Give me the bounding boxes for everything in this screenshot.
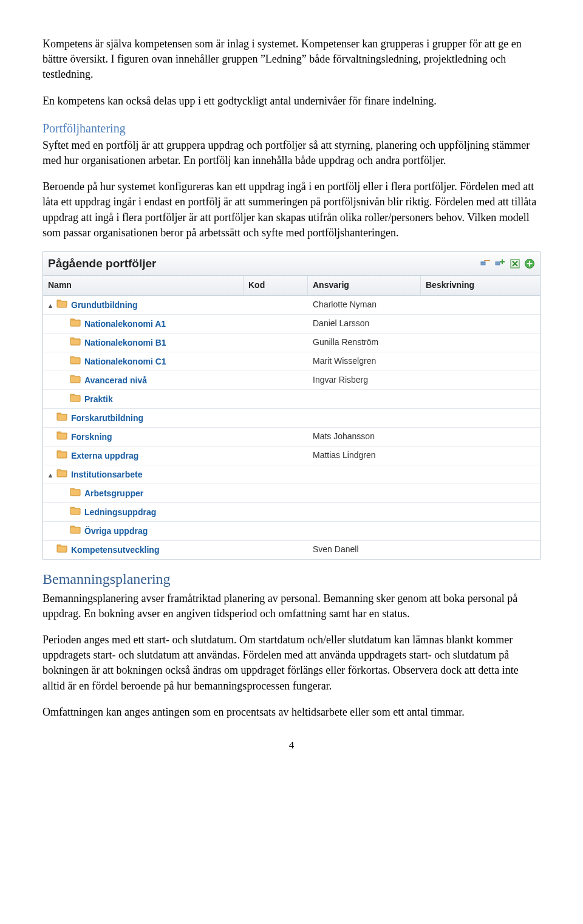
cell-namn: Nationalekonomi C1 bbox=[43, 355, 244, 368]
table-row[interactable]: Ledningsuppdrag bbox=[43, 503, 540, 522]
cell-namn: Arbetsgrupper bbox=[43, 487, 244, 500]
cell-namn: Avancerad nivå bbox=[43, 374, 244, 387]
paragraph-portf-2: Beroende på hur systemet konfigureras ka… bbox=[43, 179, 540, 241]
portfolio-link[interactable]: Kompetensutveckling bbox=[71, 545, 159, 555]
folder-icon bbox=[70, 317, 81, 327]
paragraph-intro-1: Kompetens är själva kompetensen som är i… bbox=[43, 36, 540, 83]
add-icon[interactable] bbox=[524, 258, 535, 269]
collapse-icon[interactable] bbox=[480, 258, 491, 269]
cell-namn: Ledningsuppdrag bbox=[43, 505, 244, 519]
portfolio-link[interactable]: Forskning bbox=[71, 432, 112, 442]
portfolio-link[interactable]: Externa uppdrag bbox=[71, 451, 138, 460]
col-header-beskrivning[interactable]: Beskrivning bbox=[421, 276, 540, 295]
table-row[interactable]: Arbetsgrupper bbox=[43, 484, 540, 503]
folder-icon bbox=[56, 449, 67, 459]
table-row[interactable]: KompetensutvecklingSven Danell bbox=[43, 541, 540, 559]
cell-namn: ▲Institutionsarbete bbox=[43, 468, 244, 481]
portfolio-link[interactable]: Institutionsarbete bbox=[71, 470, 142, 479]
portfolio-widget: Pågående portföljer Namn Kod Ansvarig Be… bbox=[43, 252, 540, 560]
table-body: ▲GrundutbildningCharlotte NymanNationale… bbox=[43, 296, 540, 559]
cell-namn: Praktik bbox=[43, 392, 244, 406]
table-row[interactable]: Nationalekonomi A1Daniel Larsson bbox=[43, 315, 540, 334]
folder-icon bbox=[70, 524, 81, 534]
heading-bemanningsplanering: Bemanningsplanering bbox=[43, 569, 540, 590]
cell-ansvarig: Gunilla Renström bbox=[308, 337, 421, 349]
portfolio-link[interactable]: Ledningsuppdrag bbox=[84, 507, 156, 517]
paragraph-beman-3: Omfattningen kan anges antingen som en p… bbox=[43, 705, 540, 720]
cell-ansvarig: Mattias Lindgren bbox=[308, 450, 421, 462]
table-row[interactable]: ▲Institutionsarbete bbox=[43, 465, 540, 484]
folder-icon bbox=[56, 468, 67, 477]
svg-rect-0 bbox=[481, 262, 485, 265]
folder-icon bbox=[70, 374, 81, 383]
cell-ansvarig: Charlotte Nyman bbox=[308, 299, 421, 311]
table-row[interactable]: Avancerad nivåIngvar Risberg bbox=[43, 371, 540, 390]
cell-ansvarig: Ingvar Risberg bbox=[308, 374, 421, 386]
table-header-row: Namn Kod Ansvarig Beskrivning bbox=[43, 276, 540, 296]
table-row[interactable]: Övriga uppdrag bbox=[43, 522, 540, 541]
cell-ansvarig: Daniel Larsson bbox=[308, 318, 421, 330]
paragraph-beman-2: Perioden anges med ett start- och slutda… bbox=[43, 632, 540, 694]
table-row[interactable]: ▲GrundutbildningCharlotte Nyman bbox=[43, 296, 540, 315]
table-row[interactable]: Nationalekonomi C1Marit Wisselgren bbox=[43, 352, 540, 371]
col-header-kod[interactable]: Kod bbox=[244, 276, 308, 295]
portfolio-link[interactable]: Avancerad nivå bbox=[84, 375, 147, 385]
cell-ansvarig: Mats Johansson bbox=[308, 431, 421, 443]
cell-namn: Forskarutbildning bbox=[43, 411, 244, 425]
cell-namn: Övriga uppdrag bbox=[43, 524, 244, 538]
cell-namn: Nationalekonomi A1 bbox=[43, 317, 244, 330]
widget-title: Pågående portföljer bbox=[48, 256, 156, 272]
portfolio-link[interactable]: Praktik bbox=[84, 394, 113, 404]
table-row[interactable]: Nationalekonomi B1Gunilla Renström bbox=[43, 334, 540, 352]
folder-icon bbox=[56, 430, 67, 440]
folder-icon bbox=[70, 505, 81, 515]
cell-namn: Externa uppdrag bbox=[43, 449, 244, 462]
widget-toolbar bbox=[480, 258, 535, 269]
col-header-ansvarig[interactable]: Ansvarig bbox=[308, 276, 421, 295]
cell-namn: ▲Grundutbildning bbox=[43, 298, 244, 312]
cell-ansvarig: Sven Danell bbox=[308, 544, 421, 556]
paragraph-beman-1: Bemanningsplanering avser framåtriktad p… bbox=[43, 591, 540, 621]
expand-add-icon[interactable] bbox=[495, 258, 506, 269]
portfolio-link[interactable]: Övriga uppdrag bbox=[84, 526, 148, 536]
svg-rect-1 bbox=[481, 262, 485, 263]
widget-header: Pågående portföljer bbox=[43, 252, 540, 276]
folder-icon bbox=[70, 355, 81, 364]
cell-namn: Nationalekonomi B1 bbox=[43, 336, 244, 349]
page-number: 4 bbox=[43, 738, 540, 753]
paragraph-intro-2: En kompetens kan också delas upp i ett g… bbox=[43, 94, 540, 109]
portfolio-link[interactable]: Nationalekonomi C1 bbox=[84, 357, 166, 366]
heading-portfoljhantering: Portföljhantering bbox=[43, 120, 540, 137]
col-header-namn[interactable]: Namn bbox=[43, 276, 244, 295]
folder-icon bbox=[70, 392, 81, 402]
cell-namn: Forskning bbox=[43, 430, 244, 443]
table-row[interactable]: ForskningMats Johansson bbox=[43, 428, 540, 447]
tree-toggle-icon[interactable]: ▲ bbox=[47, 303, 54, 309]
portfolio-link[interactable]: Nationalekonomi B1 bbox=[84, 338, 166, 347]
tree-toggle-icon[interactable]: ▲ bbox=[47, 472, 54, 479]
folder-icon bbox=[56, 411, 67, 421]
excel-export-icon[interactable] bbox=[510, 258, 520, 269]
folder-icon bbox=[56, 298, 67, 308]
portfolio-link[interactable]: Nationalekonomi A1 bbox=[84, 319, 166, 329]
svg-rect-2 bbox=[484, 260, 490, 261]
cell-namn: Kompetensutveckling bbox=[43, 543, 244, 556]
svg-rect-3 bbox=[496, 262, 500, 265]
portfolio-link[interactable]: Arbetsgrupper bbox=[84, 488, 143, 498]
portfolio-link[interactable]: Grundutbildning bbox=[71, 300, 138, 310]
folder-icon bbox=[56, 543, 67, 553]
portfolio-link[interactable]: Forskarutbildning bbox=[71, 413, 143, 423]
cell-ansvarig: Marit Wisselgren bbox=[308, 355, 421, 368]
table-row[interactable]: Externa uppdragMattias Lindgren bbox=[43, 447, 540, 465]
folder-icon bbox=[70, 336, 81, 346]
table-row[interactable]: Forskarutbildning bbox=[43, 409, 540, 428]
table-row[interactable]: Praktik bbox=[43, 390, 540, 409]
folder-icon bbox=[70, 487, 81, 496]
paragraph-portf-1: Syftet med en portfölj är att gruppera u… bbox=[43, 138, 540, 168]
